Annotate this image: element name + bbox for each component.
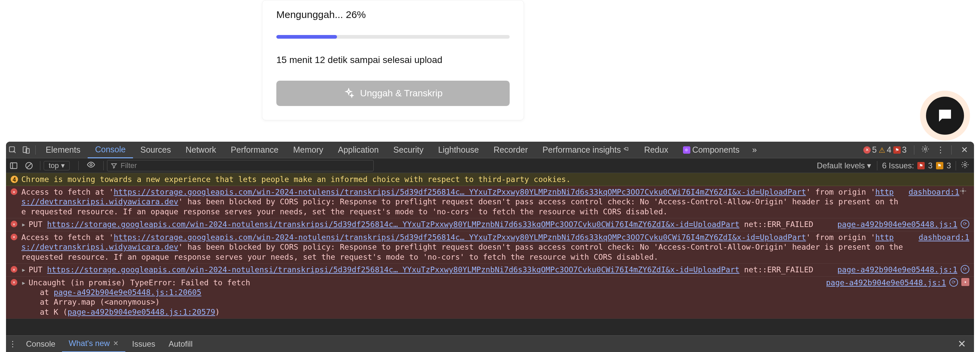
- devtools-tabbar: Elements Console Sources Network Perform…: [6, 142, 974, 158]
- cookie-banner-text: Chrome is moving towards a new experienc…: [21, 175, 571, 184]
- tab-redux[interactable]: Redux: [637, 142, 675, 158]
- log-message: Access to fetch at 'https://storage.goog…: [21, 187, 902, 217]
- more-options-button[interactable]: ⋮: [933, 145, 948, 154]
- source-location-link[interactable]: page-a492b904e9e05448.js:1: [837, 220, 957, 229]
- error-count: 5: [872, 145, 877, 154]
- vm-context-icon[interactable]: ⟳: [949, 278, 958, 287]
- chat-bubble-icon: [936, 107, 954, 125]
- error-icon: [11, 234, 19, 241]
- vm-context-icon[interactable]: ⟳: [961, 220, 969, 228]
- error-icon: [11, 221, 19, 227]
- devtools-panel: Elements Console Sources Network Perform…: [6, 142, 974, 352]
- drawer-close-button[interactable]: ✕: [950, 338, 974, 350]
- filter-input[interactable]: Filter: [107, 160, 374, 171]
- separator: [35, 145, 36, 154]
- tab-performance-insights[interactable]: Performance insights: [535, 142, 637, 158]
- expand-arrow[interactable]: ▸: [21, 278, 26, 287]
- issues-button[interactable]: 6 Issues: 3 3: [877, 161, 956, 170]
- source-link[interactable]: page-a492b904e9e05448.js:1:20579: [67, 307, 215, 316]
- device-toggle-button[interactable]: [19, 146, 33, 154]
- drawer-tab-console[interactable]: Console: [19, 336, 62, 352]
- console-log-row[interactable]: ▸Uncaught (in promise) TypeError: Failed…: [6, 277, 974, 319]
- issues-yellow-count: 3: [947, 161, 951, 170]
- log-message: Access to fetch at 'https://storage.goog…: [21, 233, 912, 262]
- source-link[interactable]: page-a492b904e9e05448.js:1:20605: [54, 288, 201, 297]
- svg-point-3: [924, 148, 927, 150]
- flag-icon: [893, 147, 900, 154]
- filter-placeholder: Filter: [121, 161, 137, 170]
- upload-transcribe-button[interactable]: Unggah & Transkrip: [276, 81, 510, 106]
- log-message: ▸PUT https://storage.googleapis.com/win-…: [21, 265, 830, 275]
- flag-icon: [917, 162, 925, 169]
- console-log-row[interactable]: ▸PUT https://storage.googleapis.com/win-…: [6, 264, 974, 276]
- tab-sources[interactable]: Sources: [133, 142, 178, 158]
- tab-performance[interactable]: Performance: [223, 142, 286, 158]
- element-picker-button[interactable]: [6, 146, 19, 154]
- tab-security[interactable]: Security: [386, 142, 431, 158]
- svg-rect-4: [10, 162, 17, 168]
- source-location-link[interactable]: dashboard:1: [919, 233, 969, 242]
- upload-status-text: Mengunggah... 26%: [276, 9, 510, 20]
- console-sidebar-toggle[interactable]: [6, 161, 21, 170]
- source-location-link[interactable]: page-a492b904e9e05448.js:1: [837, 265, 957, 275]
- close-icon[interactable]: ✕: [113, 339, 119, 347]
- issues-label: 6 Issues:: [882, 161, 914, 170]
- drawer-tab-autofill[interactable]: Autofill: [162, 336, 199, 352]
- tabs-overflow-button[interactable]: »: [747, 145, 762, 154]
- live-expression-button[interactable]: [82, 160, 100, 171]
- tab-elements[interactable]: Elements: [38, 142, 88, 158]
- gear-icon[interactable]: [959, 187, 967, 197]
- log-message: ▸PUT https://storage.googleapis.com/win-…: [21, 220, 830, 229]
- console-log-row[interactable]: Access to fetch at 'https://storage.goog…: [6, 231, 974, 264]
- url-link[interactable]: https://storage.googleapis.com/win-2024-…: [114, 233, 806, 242]
- vm-context-icon[interactable]: ⟳: [961, 265, 969, 274]
- upload-card: Mengunggah... 26% 15 menit 12 detik samp…: [262, 0, 524, 120]
- separator: [78, 161, 79, 170]
- context-selector[interactable]: top ▾: [44, 161, 70, 170]
- tab-console[interactable]: Console: [88, 142, 133, 158]
- clear-console-button[interactable]: [21, 161, 37, 170]
- log-levels-dropdown[interactable]: Default levels ▾: [811, 161, 877, 170]
- warning-icon: [879, 145, 885, 154]
- settings-button[interactable]: [918, 145, 933, 155]
- url-link[interactable]: https://storage.googleapis.com/win-2024-…: [47, 220, 739, 229]
- svg-point-9: [964, 163, 966, 166]
- tab-recorder[interactable]: Recorder: [486, 142, 535, 158]
- tab-memory[interactable]: Memory: [286, 142, 330, 158]
- upload-eta-text: 15 menit 12 detik sampai selesai upload: [276, 55, 510, 65]
- log-message: ▸Uncaught (in promise) TypeError: Failed…: [21, 278, 819, 317]
- svg-line-7: [27, 163, 31, 168]
- cookie-deprecation-banner[interactable]: 4 Chrome is moving towards a new experie…: [6, 173, 974, 186]
- tab-network[interactable]: Network: [178, 142, 224, 158]
- error-icon: [11, 188, 19, 195]
- url-link[interactable]: https://storage.googleapis.com/win-2024-…: [114, 188, 806, 196]
- source-location-link[interactable]: dashboard:1: [908, 187, 959, 197]
- url-link[interactable]: https://storage.googleapis.com/win-2024-…: [47, 265, 739, 274]
- tab-lighthouse[interactable]: Lighthouse: [431, 142, 486, 158]
- svg-point-8: [90, 163, 92, 166]
- console-log-row[interactable]: Access to fetch at 'https://storage.goog…: [6, 186, 974, 218]
- devtools-drawer: ⋮ Console What's new✕ Issues Autofill ✕: [6, 335, 974, 352]
- source-location-link[interactable]: page-a492b904e9e05448.js:1: [826, 278, 946, 288]
- page-background: Mengunggah... 26% 15 menit 12 detik samp…: [0, 0, 980, 140]
- issues-red-count: 3: [928, 161, 932, 170]
- flag-count: 3: [902, 145, 907, 154]
- console-log-row[interactable]: ▸PUT https://storage.googleapis.com/win-…: [6, 218, 974, 231]
- tab-components[interactable]: Components: [676, 142, 747, 158]
- drawer-tab-issues[interactable]: Issues: [125, 336, 162, 352]
- svg-point-10: [962, 190, 964, 192]
- expand-arrow[interactable]: ▸: [21, 265, 26, 274]
- drawer-menu-button[interactable]: ⋮: [6, 339, 19, 349]
- devtools-close-button[interactable]: ✕: [955, 145, 974, 154]
- error-icon: [863, 147, 871, 154]
- console-log-list: Access to fetch at 'https://storage.goog…: [6, 186, 974, 319]
- tab-application[interactable]: Application: [331, 142, 386, 158]
- console-settings-button[interactable]: [956, 160, 974, 171]
- chat-fab-button[interactable]: [926, 97, 964, 135]
- react-icon: [683, 147, 690, 154]
- drawer-tab-whats-new[interactable]: What's new✕: [62, 336, 125, 352]
- status-counts[interactable]: 5 4 3: [859, 145, 911, 154]
- separator: [40, 161, 40, 170]
- expand-arrow[interactable]: ▸: [21, 220, 26, 229]
- ai-insight-icon[interactable]: ✦: [961, 278, 969, 286]
